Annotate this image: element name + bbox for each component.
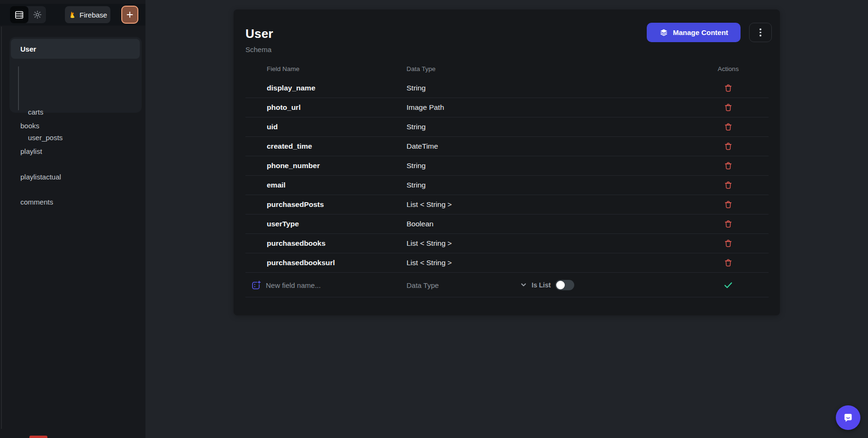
new-field-row: Data Type Is List xyxy=(245,273,769,297)
trash-icon xyxy=(723,200,733,209)
schema-field-row: display_name String xyxy=(245,79,769,98)
field-name: purchasedPosts xyxy=(267,200,324,209)
schema-field-row: purchasedbooksurl List < String > xyxy=(245,253,769,273)
plus-icon xyxy=(126,10,134,19)
database-view-button[interactable] xyxy=(10,6,28,23)
field-data-type: Image Path xyxy=(407,103,444,112)
confirm-new-field-button[interactable] xyxy=(723,280,733,290)
column-header-field-name: Field Name xyxy=(267,65,299,72)
field-data-type: String xyxy=(407,181,426,189)
field-name: display_name xyxy=(267,84,316,92)
panel-menu-button[interactable] xyxy=(749,23,772,42)
schema-field-row: phone_number String xyxy=(245,156,769,176)
field-data-type: DateTime xyxy=(407,142,438,151)
delete-field-button[interactable] xyxy=(723,103,733,112)
layers-icon xyxy=(659,28,669,37)
trash-icon xyxy=(723,83,733,93)
sidebar-item-label: user_posts xyxy=(28,134,63,142)
trash-icon xyxy=(723,239,733,248)
sidebar-item-label: playlistactual xyxy=(20,173,61,181)
trash-icon xyxy=(723,258,733,268)
sidebar-item-carts[interactable]: carts xyxy=(28,106,44,117)
app-root: Firebase User carts user_posts xyxy=(0,0,868,438)
manage-content-button[interactable]: Manage Content xyxy=(647,23,741,42)
chat-icon xyxy=(842,411,854,424)
field-data-type: Boolean xyxy=(407,220,434,228)
add-field-icon xyxy=(251,280,262,290)
add-collection-button[interactable] xyxy=(121,6,138,24)
chat-launcher-button[interactable] xyxy=(836,405,860,430)
field-data-type: String xyxy=(407,84,426,92)
trash-icon xyxy=(723,161,733,170)
sidebar-item-user-posts[interactable]: user_posts xyxy=(28,132,63,143)
is-list-toggle[interactable] xyxy=(555,280,574,290)
chevron-down-icon xyxy=(520,281,527,289)
manage-content-label: Manage Content xyxy=(673,28,728,36)
sidebar-item-playlist[interactable]: playlist xyxy=(20,145,42,157)
subcollection-indent-line xyxy=(18,66,19,110)
settings-button[interactable] xyxy=(28,10,46,19)
field-name: phone_number xyxy=(267,161,320,170)
field-name: purchasedbooksurl xyxy=(267,259,335,267)
delete-field-button[interactable] xyxy=(723,219,733,229)
field-name: photo_url xyxy=(267,103,300,112)
is-list-control: Is List xyxy=(532,280,574,290)
firebase-flame-icon xyxy=(68,10,77,19)
field-data-type: List < String > xyxy=(407,259,452,267)
is-list-label: Is List xyxy=(532,281,551,289)
page-subtitle: Schema xyxy=(245,45,271,54)
sidebar: Firebase User carts user_posts xyxy=(0,0,145,438)
delete-field-button[interactable] xyxy=(723,200,733,209)
field-name: uid xyxy=(267,123,278,131)
field-data-type: List < String > xyxy=(407,239,452,248)
trash-icon xyxy=(723,219,733,229)
database-icon xyxy=(14,10,24,20)
trash-icon xyxy=(723,103,733,112)
delete-field-button[interactable] xyxy=(723,142,733,151)
sidebar-toolbar: Firebase xyxy=(0,4,145,26)
data-type-placeholder: Data Type xyxy=(407,281,439,289)
sidebar-item-books[interactable]: books xyxy=(20,120,39,131)
sidebar-item-label: books xyxy=(20,122,39,130)
delete-field-button[interactable] xyxy=(723,83,733,93)
sidebar-item-user[interactable]: User xyxy=(11,39,140,59)
firebase-button[interactable]: Firebase xyxy=(65,6,110,23)
toggle-knob xyxy=(556,281,565,289)
delete-field-button[interactable] xyxy=(723,258,733,268)
schema-field-row: purchasedPosts List < String > xyxy=(245,195,769,215)
schema-field-row: purchasedbooks List < String > xyxy=(245,234,769,253)
sidebar-scroll-track xyxy=(1,27,2,429)
check-icon xyxy=(723,280,733,290)
firebase-label: Firebase xyxy=(80,11,107,19)
trash-icon xyxy=(723,142,733,151)
delete-field-button[interactable] xyxy=(723,122,733,132)
field-name: email xyxy=(267,181,286,189)
sidebar-item-label: carts xyxy=(28,108,44,116)
sidebar-item-label: User xyxy=(20,45,36,53)
sidebar-item-label: comments xyxy=(20,198,53,206)
page-title: User xyxy=(245,27,273,41)
field-name: userType xyxy=(267,220,299,228)
field-name: purchasedbooks xyxy=(267,239,326,248)
trash-icon xyxy=(723,180,733,190)
field-name: created_time xyxy=(267,142,312,151)
schema-rows: display_name String photo_url Image Path xyxy=(245,79,769,273)
sidebar-item-playlistactual[interactable]: playlistactual xyxy=(20,171,61,182)
gear-icon xyxy=(33,10,42,19)
column-header-data-type: Data Type xyxy=(407,65,435,72)
sidebar-item-label: playlist xyxy=(20,147,42,155)
column-header-actions: Actions xyxy=(718,65,739,72)
data-type-dropdown[interactable]: Data Type xyxy=(407,281,527,289)
schema-field-row: email String xyxy=(245,176,769,195)
schema-field-row: userType Boolean xyxy=(245,215,769,234)
kebab-icon xyxy=(760,28,761,36)
delete-field-button[interactable] xyxy=(723,161,733,170)
delete-field-button[interactable] xyxy=(723,180,733,190)
schema-field-row: photo_url Image Path xyxy=(245,98,769,117)
trash-icon xyxy=(723,122,733,132)
new-field-name-input[interactable] xyxy=(266,281,384,289)
offscreen-red-button[interactable] xyxy=(29,436,47,438)
sidebar-item-comments[interactable]: comments xyxy=(20,196,53,207)
schema-field-row: created_time DateTime xyxy=(245,137,769,156)
delete-field-button[interactable] xyxy=(723,239,733,248)
